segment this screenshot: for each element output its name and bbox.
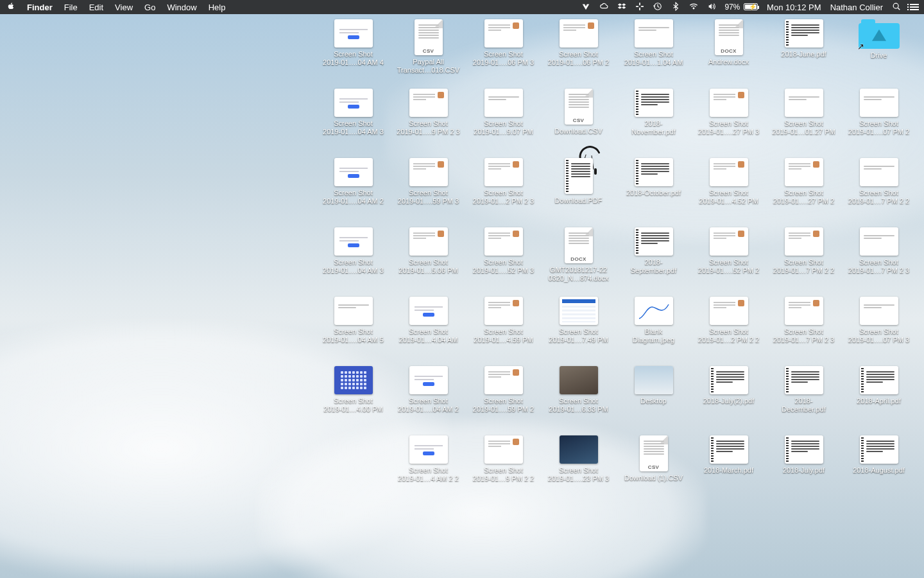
status-creative-cloud-icon[interactable] bbox=[599, 2, 608, 13]
desktop-icon[interactable]: 2018-September.pdf bbox=[616, 227, 691, 297]
menu-edit[interactable]: Edit bbox=[89, 3, 103, 12]
desktop-icon-label: Screen Shot2019-01…4.04 AM bbox=[399, 328, 458, 344]
desktop-icon[interactable]: Screen Shot2019-01…9 PM 2 2 bbox=[466, 435, 541, 505]
menu-help[interactable]: Help bbox=[209, 3, 226, 12]
csv-icon: CSV bbox=[640, 435, 668, 471]
pdf-ring-icon bbox=[635, 158, 673, 186]
desktop-icon-label: Screen Shot2019-01….04 AM 5 bbox=[323, 328, 384, 344]
desktop-icon[interactable]: Screen Shot2019-01…4.04 AM bbox=[391, 297, 466, 366]
desktop-icon[interactable]: Screen Shot2019-01….04 AM 3 bbox=[316, 89, 391, 158]
desktop-icon[interactable]: CSVDownload (1).CSV bbox=[616, 435, 691, 505]
desktop-icon[interactable]: Screen Shot2019-01…6.33 PM bbox=[541, 366, 616, 435]
desktop-icon[interactable]: DOCXAndrew.docx bbox=[691, 19, 766, 89]
desktop-icon[interactable]: 2018-November.pdf bbox=[616, 89, 691, 158]
desktop-icon[interactable]: 2018-August.pdf bbox=[841, 435, 916, 505]
menu-view[interactable]: View bbox=[115, 3, 133, 12]
desktop-icon-label: Screen Shot2019-01….9 PM 2 3 bbox=[397, 119, 459, 136]
screenshot-card-icon bbox=[785, 227, 823, 256]
desktop-icon[interactable]: Screen Shot2019-01….07 PM 2 bbox=[841, 89, 916, 158]
desktop-icon[interactable]: Screen Shot2019-01….9 PM 2 3 bbox=[391, 89, 466, 158]
desktop-icon[interactable]: 2018-July(2).pdf bbox=[691, 366, 766, 435]
desktop-icon[interactable]: Screen Shot2019-01…7 PM 2 2 bbox=[766, 227, 841, 297]
desktop-icon-label: 2018-November.pdf bbox=[631, 119, 675, 136]
desktop-icon[interactable]: Screen Shot2019-01….59 PM 3 bbox=[391, 158, 466, 227]
desktop-icon-label: Screen Shot2019-01…4.52 PM bbox=[699, 189, 758, 206]
notification-center-icon[interactable] bbox=[910, 3, 919, 12]
spotlight-icon[interactable] bbox=[892, 2, 901, 13]
desktop-icon[interactable]: ↗Drive bbox=[841, 19, 916, 89]
desktop-icon[interactable]: Screen Shot2019-01…7 PM 2 2 bbox=[841, 158, 916, 227]
desktop-icon[interactable]: Screen Shot2019-01…7.49 PM bbox=[541, 297, 616, 366]
desktop-icon[interactable]: Screen Shot2019-01….04 AM 2 bbox=[391, 366, 466, 435]
desktop-icon[interactable]: Screen Shot2019-01…4 AM 2 2 bbox=[391, 435, 466, 505]
desktop-icon[interactable]: Screen Shot2019-01….27 PM 3 bbox=[691, 89, 766, 158]
desktop-icon[interactable]: Screen Shot2019-01…9.07 PM bbox=[466, 89, 541, 158]
desktop[interactable]: Screen Shot2019-01….04 AM 4CSVPaypal All… bbox=[0, 14, 924, 578]
desktop-icon[interactable]: Screen Shot2019-01….07 PM 3 bbox=[841, 297, 916, 366]
desktop-icon[interactable]: Screen Shot2019-01….04 AM 2 bbox=[316, 158, 391, 227]
menu-file[interactable]: File bbox=[64, 3, 78, 12]
desktop-icon[interactable]: Screen Shot2019-01….06 PM 2 bbox=[541, 19, 616, 89]
desktop-icon[interactable]: Screen Shot2019-01…01.27 PM bbox=[766, 89, 841, 158]
screenshot-plain-icon bbox=[860, 89, 898, 117]
desktop-icon[interactable]: Screen Shot2019-01….59 PM 2 bbox=[466, 366, 541, 435]
desktop-icon[interactable]: Screen Shot2019-01…4.59 PM bbox=[466, 297, 541, 366]
desktop-icon[interactable]: Screen Shot2019-01…7 PM 2 3 bbox=[841, 227, 916, 297]
desktop-icon[interactable]: 2018-March.pdf bbox=[691, 435, 766, 505]
desktop-icon-label: Screen Shot2019-01….52 PM 3 bbox=[473, 258, 534, 275]
desktop-icon-label: Screen Shot2019-01….07 PM 3 bbox=[848, 328, 909, 344]
desktop-icon[interactable]: Screen Shot2019-01…4.00 PM bbox=[316, 366, 391, 435]
apple-menu[interactable] bbox=[6, 2, 15, 13]
status-user[interactable]: Nathan Collier bbox=[830, 3, 883, 12]
desktop-icon[interactable]: Screen Shot2019-01….04 AM 3 bbox=[316, 227, 391, 297]
menu-go[interactable]: Go bbox=[144, 3, 155, 12]
desktop-icon[interactable]: Screen Shot2019-01…2 PM 2 2 bbox=[691, 297, 766, 366]
desktop-icon[interactable]: Screen Shot2019-01….23 PM 3 bbox=[541, 435, 616, 505]
desktop-icon-label: 2018-April.pdf bbox=[857, 397, 901, 405]
screenshot-card-icon bbox=[484, 19, 523, 48]
status-wifi-icon[interactable] bbox=[689, 2, 698, 13]
desktop-icon[interactable]: CSVPaypal AllTransact…018.CSV bbox=[391, 19, 466, 89]
app-name[interactable]: Finder bbox=[27, 3, 53, 12]
desktop-icon[interactable]: Download.PDF bbox=[541, 158, 616, 227]
empty-cell bbox=[316, 435, 391, 505]
menu-window[interactable]: Window bbox=[167, 3, 196, 12]
desktop-icon[interactable]: Screen Shot2019-01….06 PM 3 bbox=[466, 19, 541, 89]
desktop-icon[interactable]: Screen Shot2019-01…2 PM 2 3 bbox=[466, 158, 541, 227]
status-vpn-icon[interactable] bbox=[581, 2, 590, 13]
desktop-icon[interactable]: 2018-July.pdf bbox=[766, 435, 841, 505]
desktop-icon[interactable]: Screen Shot2019-01….04 AM 5 bbox=[316, 297, 391, 366]
status-timemachine-icon[interactable] bbox=[653, 2, 662, 13]
desktop-icon-label: Screen Shot2019-01….52 PM 2 bbox=[698, 258, 759, 275]
desktop-icon[interactable]: 2018-April.pdf bbox=[841, 366, 916, 435]
status-battery[interactable]: 97% ⚡ bbox=[725, 3, 758, 12]
desktop-icon[interactable]: Screen Shot2019-01….52 PM 2 bbox=[691, 227, 766, 297]
desktop-icon[interactable]: Screen Shot2019-01…1.04 AM bbox=[616, 19, 691, 89]
status-volume-icon[interactable] bbox=[707, 2, 716, 13]
svg-line-6 bbox=[898, 8, 900, 10]
desktop-icon-label: Screen Shot2019-01…6.33 PM bbox=[549, 397, 608, 414]
pdf-page-icon bbox=[565, 158, 593, 194]
status-clock[interactable]: Mon 10:12 PM bbox=[767, 3, 821, 12]
desktop-icon[interactable]: 2018-December.pdf bbox=[766, 366, 841, 435]
desktop-icon-label: 2018-July(2).pdf bbox=[703, 397, 755, 405]
desktop-icon[interactable]: BlankDiagram.jpeg bbox=[616, 297, 691, 366]
desktop-icon[interactable]: Screen Shot2019-01….52 PM 3 bbox=[466, 227, 541, 297]
desktop-icon[interactable]: CSVDownload.CSV bbox=[541, 89, 616, 158]
status-dropbox-icon[interactable] bbox=[617, 2, 626, 13]
desktop-icon-label: Screen Shot2019-01…2 PM 2 3 bbox=[473, 189, 534, 206]
status-bluetooth-icon[interactable] bbox=[671, 2, 680, 13]
desktop-icon[interactable]: Screen Shot2019-01….27 PM 2 bbox=[766, 158, 841, 227]
desktop-icon[interactable]: Desktop bbox=[616, 366, 691, 435]
desktop-icon[interactable]: Screen Shot2019-01…4.52 PM bbox=[691, 158, 766, 227]
status-slack-icon[interactable] bbox=[635, 2, 644, 13]
desktop-icon[interactable]: 2018-June.pdf bbox=[766, 19, 841, 89]
desktop-icon[interactable]: DOCXGMT20181217-220320_N…874.docx bbox=[541, 227, 616, 297]
desktop-icon-label: Screen Shot2019-01…1.04 AM bbox=[624, 50, 683, 67]
desktop-icon[interactable]: Screen Shot2019-01…7 PM 2 3 bbox=[766, 297, 841, 366]
desktop-icon-label: Screen Shot2019-01….59 PM 2 bbox=[473, 397, 534, 414]
screenshot-card-icon bbox=[484, 227, 523, 256]
desktop-icon[interactable]: 2018-October.pdf bbox=[616, 158, 691, 227]
desktop-icon[interactable]: Screen Shot2019-01….04 AM 4 bbox=[316, 19, 391, 89]
desktop-icon[interactable]: Screen Shot2019-01…5.06 PM bbox=[391, 227, 466, 297]
